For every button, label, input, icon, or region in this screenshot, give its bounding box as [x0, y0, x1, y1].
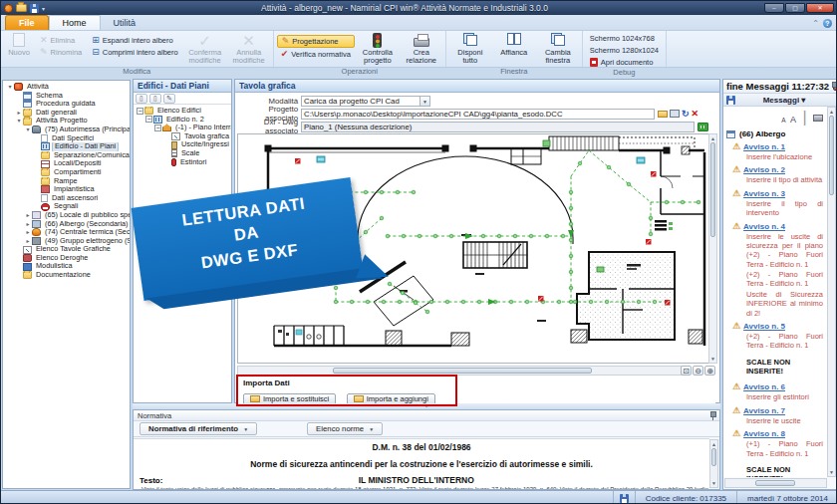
tree-item[interactable]: Elenco Deroghe	[3, 254, 130, 263]
scroll-down-icon[interactable]: ▼	[710, 479, 717, 487]
minimize-button[interactable]: –	[764, 3, 784, 13]
elimina-button[interactable]: ✕Elimina	[36, 35, 86, 46]
tree-item[interactable]: Schema	[3, 92, 130, 101]
canvas-vertical-scrollbar[interactable]: ▲ ▼	[708, 133, 717, 364]
zoom-out-button[interactable]: ⊖	[693, 366, 703, 376]
tree-item[interactable]: Segnali	[3, 202, 130, 211]
tree-item[interactable]: ▾Attività Progetto	[3, 117, 130, 126]
tree-item[interactable]: Tavola grafica	[134, 132, 231, 141]
dwg-layers-icon[interactable]	[698, 123, 708, 131]
tree-item[interactable]: Rampe	[3, 177, 130, 186]
status-save-icon[interactable]	[620, 494, 629, 503]
help-icon[interactable]: ?	[823, 19, 832, 28]
expander-icon[interactable]: ▸	[24, 237, 32, 246]
espandi-albero-button[interactable]: ⊞Espandi intero albero	[88, 35, 181, 46]
dxf-input[interactable]: Piano_1 (Nessuna descrizione)	[301, 122, 695, 132]
modalita-dropdown-icon[interactable]: ▼	[420, 96, 430, 107]
canvas-horizontal-scrollbar[interactable]	[237, 366, 684, 376]
scrollbar-thumb[interactable]	[711, 448, 716, 466]
tree-item[interactable]: −Elenco Edifici	[134, 107, 231, 116]
schermo-1024-button[interactable]: Schermo 1024x768	[586, 33, 663, 44]
avviso-link[interactable]: Avviso n. 7	[743, 406, 785, 415]
nuovo-button[interactable]: Nuovo	[4, 32, 34, 58]
normativa-document[interactable]: D.M. n. 38 del 01/02/1986 Norme di sicur…	[134, 438, 709, 489]
avviso-link[interactable]: Avviso n. 5	[743, 322, 785, 331]
affianca-button[interactable]: Affianca	[493, 32, 535, 58]
edit-item-button[interactable]: ✎	[163, 94, 175, 104]
normativa-riferimento-button[interactable]: Normativa di riferimento▼	[140, 422, 257, 435]
scrollbar-thumb[interactable]	[829, 116, 834, 195]
maximize-button[interactable]: ▢	[785, 3, 805, 13]
scrollbar-thumb[interactable]	[710, 142, 715, 237]
tree-item[interactable]: Impiantistica	[3, 185, 130, 194]
zoom-in-button[interactable]: ⊕	[704, 366, 715, 376]
avviso-link[interactable]: Avviso n. 6	[743, 382, 785, 391]
expander-icon[interactable]: −	[145, 116, 152, 123]
tab-home[interactable]: Home	[49, 15, 101, 30]
pin-icon[interactable]	[709, 411, 716, 420]
scrollbar-thumb[interactable]	[333, 368, 592, 374]
verifica-normativa-button[interactable]: ✔Verifica normativa	[277, 49, 355, 60]
avviso-link[interactable]: Avviso n. 8	[743, 429, 785, 438]
expander-icon[interactable]: −	[154, 125, 161, 131]
tab-utilita[interactable]: Utilità	[101, 16, 149, 30]
tree-item[interactable]: Dati ascensori	[3, 194, 130, 203]
cambia-finestra-button[interactable]: Cambia finestra	[537, 32, 579, 67]
browse-folder-icon[interactable]	[658, 111, 668, 118]
rinomina-button[interactable]: ✎Rinomina	[36, 47, 86, 58]
expander-icon[interactable]: ▾	[15, 117, 23, 126]
tree-item[interactable]: Elenco Tavole Grafiche	[3, 245, 130, 254]
messages-horizontal-scrollbar[interactable]	[724, 478, 827, 488]
zoom-extents-button[interactable]: ⊡	[681, 366, 692, 376]
clear-icon[interactable]: ✕	[692, 110, 699, 119]
expander-icon[interactable]: ▸	[24, 211, 32, 220]
horizontal-splitter[interactable]: ⌄	[133, 403, 720, 409]
annulla-modifiche-button[interactable]: ✕ Annulla modifiche	[228, 32, 270, 67]
tree-item[interactable]: ▸(49) Gruppo elettrogeno (Secondaria)	[3, 237, 130, 246]
tree-item[interactable]: −Edificio n. 2	[134, 116, 231, 125]
close-button[interactable]: ✕	[806, 3, 834, 13]
tree-item[interactable]: Modulistica	[3, 262, 130, 271]
tree-item[interactable]: ▸(65) Locale di pubblico spettacolo (Se	[3, 211, 130, 220]
new-item-button[interactable]: ▯	[136, 94, 147, 104]
scroll-up-icon[interactable]: ▲	[709, 134, 716, 142]
expander-icon[interactable]: ▾	[6, 83, 14, 92]
tree-item[interactable]: Estintori	[134, 158, 231, 167]
messaggi-dropdown[interactable]: Messaggi ▾	[735, 96, 833, 105]
tree-item[interactable]: Documentazione	[3, 271, 130, 280]
ribbon-collapse-icon[interactable]: ⌃	[812, 19, 819, 28]
expander-icon[interactable]: ▾	[24, 126, 32, 134]
progettazione-button[interactable]: ✎Progettazione	[277, 35, 355, 48]
comprimi-albero-button[interactable]: ⊟Comprimi intero albero	[88, 47, 181, 58]
elenco-norme-button[interactable]: Elenco norme▼	[307, 422, 383, 435]
save-icon[interactable]	[30, 4, 39, 13]
scroll-up-icon[interactable]: ▲	[828, 108, 835, 116]
save-messages-icon[interactable]	[726, 96, 735, 105]
expander-icon[interactable]: −	[137, 108, 143, 115]
avviso-link[interactable]: Avviso n. 1	[743, 142, 785, 151]
tree-item[interactable]: Uscite/Ingressi	[134, 140, 231, 149]
modalita-select[interactable]: Carica da progetto CPI Cad	[301, 96, 420, 107]
messages-vertical-scrollbar[interactable]: ▲ ▼	[827, 107, 836, 477]
expander-icon[interactable]: ▸	[24, 228, 32, 237]
avviso-link[interactable]: Avviso n. 3	[743, 189, 785, 198]
crea-relazione-button[interactable]: Crea relazione	[401, 32, 442, 67]
conferma-modifiche-button[interactable]: ✓ Conferma modifiche	[184, 32, 226, 67]
tree-item[interactable]: ▸Dati generali	[3, 109, 130, 118]
print-messages-icon[interactable]	[813, 115, 823, 122]
tree-item[interactable]: ▸(74) Centrale termica (Secondaria)	[3, 228, 130, 237]
scroll-up-icon[interactable]: ▲	[710, 440, 717, 448]
tree-item[interactable]: Dati Specifici	[3, 134, 130, 143]
refresh-icon[interactable]: ↻	[682, 110, 690, 119]
apri-documento-button[interactable]: Apri documento	[586, 57, 663, 68]
scroll-down-icon[interactable]: ▼	[828, 468, 835, 476]
tree-item[interactable]: ▾Attività	[3, 83, 130, 92]
delete-item-button[interactable]: ▯	[149, 94, 161, 104]
avviso-link[interactable]: Avviso n. 2	[743, 165, 785, 174]
tree-item[interactable]: Scale	[134, 149, 231, 158]
avviso-link[interactable]: Avviso n. 4	[743, 222, 785, 231]
tree-item[interactable]: ▾(75) Autorimessa (Principale)	[3, 126, 130, 134]
tree-item[interactable]: Compartimenti	[3, 168, 130, 177]
font-larger-icon[interactable]: A	[790, 115, 796, 125]
font-smaller-icon[interactable]: A	[781, 117, 785, 124]
